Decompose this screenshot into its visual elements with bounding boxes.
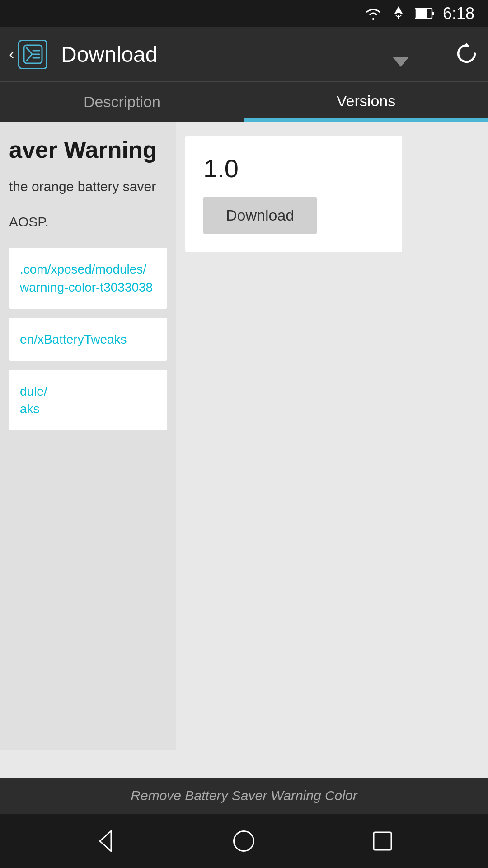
bottom-label: Remove Battery Saver Warning Color — [131, 788, 357, 803]
recent-nav-button[interactable] — [362, 821, 403, 861]
module-note: AOSP. — [9, 214, 167, 230]
battery-icon — [415, 8, 435, 19]
back-nav-button[interactable] — [85, 821, 126, 861]
svg-marker-6 — [100, 831, 111, 851]
left-panel: aver Warning the orange battery saver AO… — [0, 122, 176, 750]
version-card: 1.0 Download — [185, 136, 402, 252]
back-nav-icon — [93, 829, 118, 854]
xposed-icon — [18, 40, 47, 69]
right-panel: 1.0 Download — [176, 122, 488, 750]
svg-rect-0 — [398, 15, 399, 19]
link-text-2[interactable]: en/xBatteryTweaks — [20, 332, 127, 346]
main-content: aver Warning the orange battery saver AO… — [0, 122, 488, 750]
app-bar-title: Download — [56, 42, 445, 67]
link-text-1[interactable]: .com/xposed/modules/ warning-color-t3033… — [20, 262, 153, 294]
bottom-label-bar: Remove Battery Saver Warning Color — [0, 778, 488, 814]
tab-versions[interactable]: Versions — [244, 82, 488, 122]
airplane-icon — [390, 5, 407, 22]
home-nav-button[interactable] — [224, 821, 264, 861]
app-bar: ‹ Download — [0, 27, 488, 81]
link-card-3[interactable]: dule/ aks — [9, 370, 167, 430]
back-icon: ‹ — [9, 45, 14, 64]
recent-nav-icon — [370, 829, 395, 854]
status-time: 6:18 — [443, 4, 474, 23]
refresh-button[interactable] — [454, 41, 479, 68]
status-bar: 6:18 — [0, 0, 488, 27]
back-button[interactable]: ‹ — [9, 40, 47, 69]
link-card-2[interactable]: en/xBatteryTweaks — [9, 318, 167, 361]
home-nav-icon — [231, 829, 256, 854]
refresh-icon — [454, 41, 479, 66]
module-description: the orange battery saver — [9, 177, 167, 196]
module-title: aver Warning — [9, 136, 167, 164]
svg-rect-3 — [432, 12, 434, 15]
download-button[interactable]: Download — [203, 197, 317, 234]
status-icons: 6:18 — [364, 4, 474, 23]
version-number: 1.0 — [203, 154, 384, 183]
tab-bar: Description Versions — [0, 81, 488, 122]
link-text-3[interactable]: dule/ aks — [20, 384, 47, 416]
svg-rect-8 — [374, 832, 391, 850]
wifi-icon — [364, 7, 382, 20]
svg-point-7 — [234, 831, 254, 851]
nav-bar — [0, 814, 488, 868]
tab-description[interactable]: Description — [0, 82, 244, 122]
svg-rect-2 — [416, 9, 427, 18]
link-card-1[interactable]: .com/xposed/modules/ warning-color-t3033… — [9, 248, 167, 308]
